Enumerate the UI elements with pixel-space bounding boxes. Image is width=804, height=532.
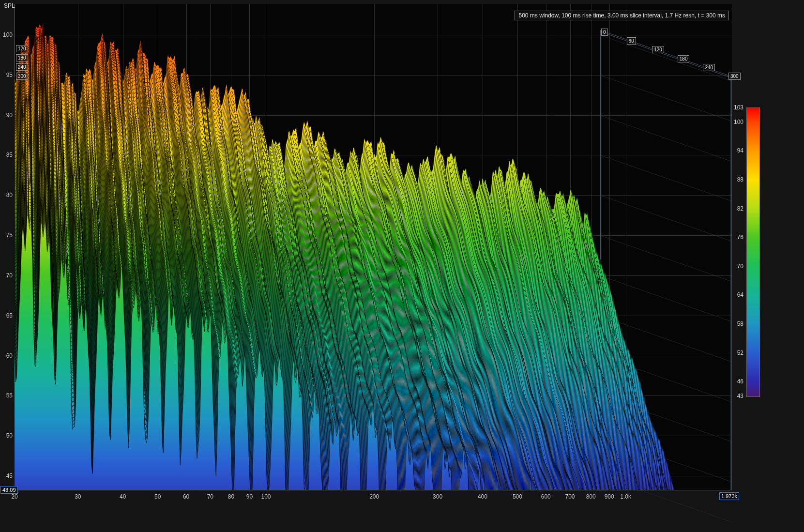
- spl-tick-label: 70: [0, 272, 13, 279]
- legend-colorbar: [746, 107, 760, 397]
- time-tick-label-left: 180: [16, 54, 28, 61]
- freq-tick-label: 40: [114, 493, 132, 500]
- spl-tick-label: 65: [0, 312, 13, 319]
- freq-tick-label: 700: [561, 493, 579, 500]
- freq-tick-label: 900: [601, 493, 618, 500]
- spl-tick-label: 80: [0, 192, 13, 198]
- spl-axis-title: SPL: [4, 2, 15, 9]
- spl-bottom-readout: 43.09: [0, 486, 18, 494]
- spl-tick-label: 90: [0, 112, 13, 119]
- time-tick-label-right: 240: [703, 64, 715, 71]
- legend-tick-label: 76: [724, 234, 743, 241]
- legend-tick-label: 52: [724, 350, 743, 356]
- legend-tick-label: 46: [724, 378, 743, 385]
- time-tick-label-left: 300: [16, 73, 28, 80]
- freq-right-readout: 1.973k: [719, 492, 739, 500]
- time-tick-label-right: 0: [601, 29, 608, 36]
- time-tick-label-left: 240: [16, 63, 28, 71]
- freq-tick-label: 600: [537, 493, 555, 500]
- legend-tick-label: 88: [724, 176, 743, 183]
- legend-tick-label: 82: [724, 205, 743, 212]
- freq-tick-label: 30: [69, 493, 87, 500]
- freq-tick-label: 800: [582, 493, 600, 500]
- spl-tick-label: 85: [0, 152, 13, 158]
- freq-tick-label: 70: [201, 493, 219, 500]
- time-tick-label-right: 60: [627, 37, 636, 45]
- rew-waterfall-window: SPL 500 ms window, 100 ms rise time, 3.0…: [0, 0, 804, 532]
- freq-tick-label: 100: [257, 493, 274, 500]
- time-tick-label-right: 300: [728, 73, 741, 80]
- freq-tick-label: 400: [474, 493, 491, 500]
- freq-tick-label: 80: [222, 493, 240, 500]
- time-tick-label-right: 120: [652, 46, 664, 53]
- spl-tick-label: 100: [0, 31, 13, 38]
- legend-tick-label: 103: [724, 104, 743, 111]
- spl-tick-label: 75: [0, 232, 13, 239]
- freq-tick-label: 300: [429, 493, 446, 500]
- time-tick-label-right: 180: [678, 55, 690, 62]
- freq-tick-label: 500: [509, 493, 526, 500]
- freq-tick-label: 90: [241, 493, 258, 500]
- spl-tick-label: 50: [0, 432, 13, 439]
- spl-tick-label: 55: [0, 392, 13, 399]
- legend-tick-label: 70: [724, 263, 743, 270]
- spl-tick-label: 60: [0, 352, 13, 359]
- legend-tick-label: 100: [724, 119, 743, 125]
- legend-tick-label: 94: [724, 147, 743, 154]
- freq-tick-label: 50: [149, 493, 167, 500]
- freq-tick-label: 1.0k: [617, 493, 635, 500]
- freq-tick-label: 200: [365, 493, 383, 500]
- time-tick-label-left: 120: [16, 45, 28, 52]
- measurement-info-annotation: 500 ms window, 100 ms rise time, 3.00 ms…: [515, 11, 729, 20]
- spl-tick-label: 45: [0, 472, 13, 479]
- legend-tick-label: 58: [724, 320, 743, 327]
- legend-tick-label: 43: [724, 393, 743, 399]
- spl-tick-label: 95: [0, 72, 13, 78]
- legend-tick-label: 64: [724, 291, 743, 298]
- freq-tick-label: 60: [178, 493, 195, 500]
- freq-tick-label: 20: [6, 493, 23, 500]
- waterfall-plot-canvas[interactable]: [0, 0, 804, 532]
